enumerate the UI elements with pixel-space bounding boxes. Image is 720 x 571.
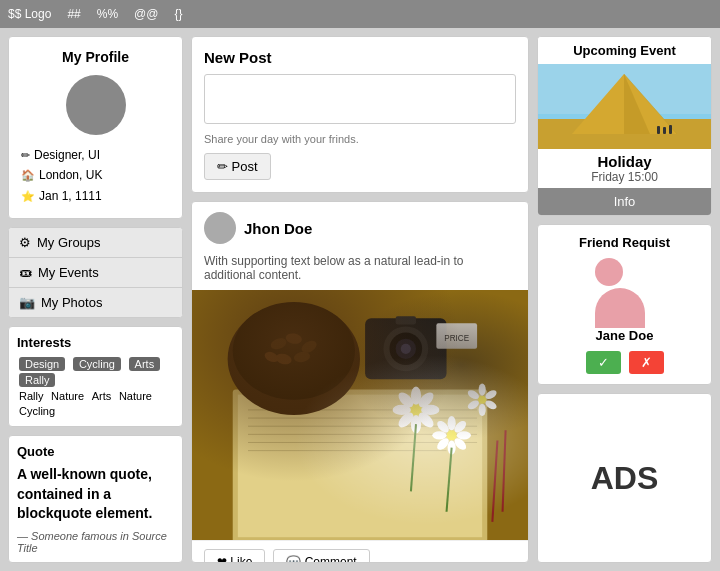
role-icon: ✏: [21, 146, 30, 165]
event-image: [538, 64, 711, 149]
friend-request-card: Friend Requist Jane Doe ✓ ✗: [537, 224, 712, 385]
friend-avatar-head: [595, 258, 623, 286]
nav-my-photos[interactable]: 📷 My Photos: [9, 288, 182, 317]
tag-cycling[interactable]: Cycling: [73, 357, 121, 371]
profile-info: ✏ Designer, UI 🏠 London, UK ⭐ Jan 1, 111…: [21, 145, 170, 206]
new-post-card: New Post Share your day with your frinds…: [191, 36, 529, 193]
interests-tags: Design Cycling Arts Rally Rally Nature A…: [17, 356, 174, 418]
post-hint: Share your day with your frinds.: [204, 133, 516, 145]
event-image-svg: [538, 64, 711, 149]
friend-name: Jane Doe: [596, 328, 654, 343]
event-date: Friday 15:00: [538, 170, 711, 188]
quote-card: Quote A well-known quote, contained in a…: [8, 435, 183, 563]
tag-nature-2[interactable]: Nature: [119, 390, 152, 402]
nav-item-1[interactable]: ##: [67, 7, 80, 21]
like-button[interactable]: ❤ Like: [204, 549, 265, 563]
quote-title: Quote: [17, 444, 174, 459]
interests-title: Interests: [17, 335, 174, 350]
nav-my-groups[interactable]: ⚙ My Groups: [9, 228, 182, 258]
center-column: New Post Share your day with your frinds…: [191, 36, 529, 563]
friend-request-title: Friend Requist: [579, 235, 670, 250]
tag-rally-filled[interactable]: Rally: [19, 373, 55, 387]
friend-buttons: ✓ ✗: [586, 351, 664, 374]
svg-rect-60: [657, 126, 660, 134]
location-icon: 🏠: [21, 166, 35, 185]
events-icon: 🎟: [19, 265, 32, 280]
main-layout: My Profile ✏ Designer, UI 🏠 London, UK ⭐…: [0, 28, 720, 571]
feed-avatar: [204, 212, 236, 244]
feed-subtitle: With supporting text below as a natural …: [192, 254, 528, 290]
tag-nature[interactable]: Nature: [51, 390, 84, 402]
event-info-button[interactable]: Info: [538, 188, 711, 215]
nav-item-2[interactable]: %%: [97, 7, 118, 21]
quote-text: A well-known quote, contained in a block…: [17, 465, 174, 524]
post-input[interactable]: [204, 74, 516, 124]
tag-cycling-plain[interactable]: Cycling: [19, 405, 55, 417]
friend-avatar: [595, 258, 655, 328]
friend-avatar-body: [595, 288, 645, 328]
feed-image-overlay: [192, 290, 528, 540]
nav-my-events[interactable]: 🎟 My Events: [9, 258, 182, 288]
interests-card: Interests Design Cycling Arts Rally Rall…: [8, 326, 183, 427]
comment-button[interactable]: 💬 Comment: [273, 549, 369, 563]
tag-design[interactable]: Design: [19, 357, 65, 371]
photos-icon: 📷: [19, 295, 35, 310]
logo[interactable]: $$ Logo: [8, 7, 51, 21]
profile-card: My Profile ✏ Designer, UI 🏠 London, UK ⭐…: [8, 36, 183, 219]
event-card: Upcoming Event: [537, 36, 712, 216]
event-name: Holiday: [538, 149, 711, 170]
quote-attribution: — Someone famous in Source Title: [17, 530, 174, 554]
right-column: Upcoming Event: [537, 36, 712, 563]
svg-rect-61: [663, 127, 666, 134]
profile-date: ⭐ Jan 1, 1111: [21, 186, 170, 206]
top-nav: $$ Logo ## %% @@ {}: [0, 0, 720, 28]
tag-arts[interactable]: Arts: [129, 357, 161, 371]
reject-button[interactable]: ✗: [629, 351, 664, 374]
nav-item-3[interactable]: @@: [134, 7, 158, 21]
event-card-title: Upcoming Event: [538, 37, 711, 64]
profile-nav-links: ⚙ My Groups 🎟 My Events 📷 My Photos: [8, 227, 183, 318]
profile-location: 🏠 London, UK: [21, 165, 170, 185]
left-column: My Profile ✏ Designer, UI 🏠 London, UK ⭐…: [8, 36, 183, 563]
ads-label: ADS: [591, 460, 659, 497]
profile-title: My Profile: [62, 49, 129, 65]
profile-role: ✏ Designer, UI: [21, 145, 170, 165]
tag-arts-plain[interactable]: Arts: [92, 390, 112, 402]
accept-button[interactable]: ✓: [586, 351, 621, 374]
nav-item-4[interactable]: {}: [174, 7, 182, 21]
ads-card: ADS: [537, 393, 712, 563]
feed-header: Jhon Doe: [192, 202, 528, 254]
feed-actions: ❤ Like 💬 Comment: [192, 540, 528, 563]
feed-image: PRICE: [192, 290, 528, 540]
svg-rect-62: [669, 125, 672, 134]
date-icon: ⭐: [21, 187, 35, 206]
feed-username: Jhon Doe: [244, 220, 312, 237]
new-post-title: New Post: [204, 49, 516, 66]
groups-icon: ⚙: [19, 235, 31, 250]
feed-card: Jhon Doe With supporting text below as a…: [191, 201, 529, 563]
tag-rally-plain[interactable]: Rally: [19, 390, 43, 402]
avatar: [66, 75, 126, 135]
post-button[interactable]: ✏ Post: [204, 153, 271, 180]
